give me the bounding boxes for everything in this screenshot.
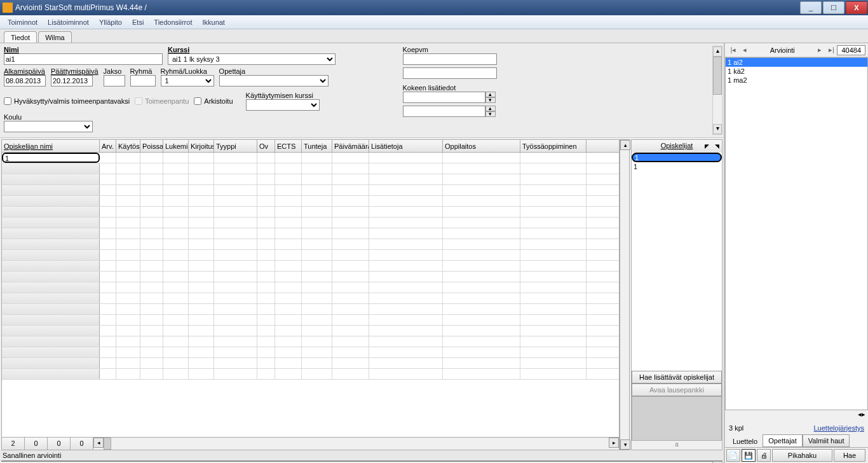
kurssi-select[interactable]: ai1 1 lk syksy 3 <box>168 53 336 65</box>
table-row[interactable] <box>2 163 619 174</box>
list-item[interactable]: 1 kä2 <box>726 67 867 76</box>
column-header[interactable]: Opiskelijan nimi <box>2 140 100 152</box>
form-scrollbar[interactable]: ▴▾ <box>712 46 722 135</box>
ryhma-field[interactable] <box>130 75 156 86</box>
table-row[interactable] <box>2 261 619 272</box>
triangle-up-icon[interactable]: ◤ <box>705 143 709 149</box>
tab-opettajat[interactable]: Opettajat <box>763 434 803 447</box>
koepvm-field[interactable] <box>403 53 497 65</box>
scroll-right-icon[interactable]: ▸ <box>609 438 619 448</box>
table-row[interactable] <box>2 228 619 239</box>
record-number[interactable]: 40484 <box>837 45 865 55</box>
tab-luettelo[interactable]: Luettelo <box>728 434 763 447</box>
menu-toiminnot[interactable]: Toiminnot <box>3 18 43 26</box>
column-header[interactable]: Poissa <box>140 140 163 152</box>
sanallinen-textarea[interactable]: ▴▾ <box>1 460 722 462</box>
column-header[interactable]: Kirjoitus <box>189 140 214 152</box>
table-row[interactable] <box>2 282 619 293</box>
tab-valmiit[interactable]: Valmiit haut <box>803 434 850 447</box>
list-item[interactable]: 1 ai2 <box>726 58 867 67</box>
column-header[interactable]: Työssäoppiminen <box>520 140 587 152</box>
koepvm-field-2[interactable] <box>403 67 497 79</box>
table-row[interactable] <box>2 185 619 196</box>
table-row[interactable] <box>2 196 619 207</box>
nimi-field[interactable] <box>4 53 163 65</box>
minimize-button[interactable]: _ <box>800 1 822 14</box>
koulu-select[interactable] <box>4 121 93 132</box>
tab-tiedot[interactable]: Tiedot <box>4 31 37 43</box>
opettaja-select[interactable] <box>219 75 329 86</box>
toimeenpantu-checkbox[interactable]: Toimeenpantu <box>135 97 189 105</box>
nav-next-icon[interactable]: ▸ <box>862 410 865 422</box>
table-row[interactable] <box>2 326 619 336</box>
column-header[interactable]: Päivämäärä <box>332 140 369 152</box>
scroll-down-icon[interactable]: ▾ <box>620 439 630 450</box>
table-row[interactable] <box>2 272 619 282</box>
column-header[interactable]: Oppilaitos <box>443 140 520 152</box>
column-header[interactable]: Käytös <box>116 140 140 152</box>
maximize-button[interactable]: ☐ <box>823 1 844 14</box>
scroll-up-icon[interactable]: ▴ <box>620 140 630 150</box>
column-header[interactable]: Lukemin <box>163 140 189 152</box>
jakso-field[interactable] <box>104 75 125 86</box>
menu-ikkunat[interactable]: Ikkunat <box>197 18 229 26</box>
scroll-down-icon[interactable]: ▾ <box>713 124 722 134</box>
hae-lisattavat-button[interactable]: Hae lisättävät opiskelijat <box>632 371 722 384</box>
table-row[interactable] <box>2 358 619 369</box>
scroll-left-icon[interactable]: ◂ <box>93 438 104 448</box>
table-row[interactable] <box>2 336 619 347</box>
table-row[interactable] <box>2 250 619 261</box>
pikahaku-button[interactable]: Pikahaku <box>772 449 832 462</box>
hae-button[interactable]: Hae <box>834 449 865 462</box>
grid-hscrollbar[interactable]: ◂▸ <box>93 438 619 450</box>
hyvaksytty-checkbox[interactable]: Hyväksytty/valmis toimeenpantavaksi <box>4 97 130 105</box>
table-row[interactable] <box>2 207 619 218</box>
menu-tiedonsiirrot[interactable]: Tiedonsiirrot <box>149 18 197 26</box>
table-row[interactable]: 1 <box>2 153 619 163</box>
table-row[interactable] <box>2 239 619 250</box>
table-row[interactable] <box>2 218 619 228</box>
luettelojarjestys-link[interactable]: Luettelojärjestys <box>814 424 865 432</box>
spin-down-icon[interactable]: ▾ <box>485 97 496 103</box>
table-row[interactable] <box>2 347 619 358</box>
tab-wilma[interactable]: Wilma <box>38 31 72 43</box>
kokeen-lisatiedot-field[interactable] <box>403 92 485 103</box>
spin-down-icon[interactable]: ▾ <box>485 111 496 117</box>
column-header[interactable]: Ov <box>257 140 275 152</box>
column-header[interactable]: Lisätietoja <box>369 140 443 152</box>
column-header[interactable]: Tyyppi <box>214 140 257 152</box>
scroll-up-icon[interactable]: ▴ <box>713 46 722 57</box>
list-item[interactable]: 1 <box>632 153 722 162</box>
kokeen-lisatiedot-field-2[interactable] <box>403 106 485 117</box>
menu-yllapito[interactable]: Ylläpito <box>94 18 127 26</box>
menu-etsi[interactable]: Etsi <box>127 18 149 26</box>
nav-first-icon[interactable]: |◂ <box>728 46 739 54</box>
opiskelijat-list[interactable]: 1 1 <box>632 153 722 371</box>
scroll-thumb[interactable] <box>104 438 111 450</box>
new-icon[interactable]: 📄 <box>726 449 740 462</box>
kayttaytymisen-select[interactable] <box>246 99 320 111</box>
list-item[interactable]: 1 <box>632 162 722 172</box>
close-button[interactable]: X <box>846 1 867 14</box>
table-row[interactable] <box>2 293 619 304</box>
table-row[interactable] <box>2 304 619 315</box>
nav-last-icon[interactable]: ▸| <box>825 46 837 54</box>
opiskelijat-header[interactable]: Opiskelijat◤◥ <box>632 140 722 153</box>
column-header[interactable]: Arv. <box>100 140 116 152</box>
ryhma-luokka-select[interactable]: 1 <box>161 75 214 86</box>
course-list[interactable]: 1 ai2 1 kä2 1 ma2 <box>725 57 868 410</box>
arkistoitu-checkbox[interactable]: Arkistoitu <box>194 97 233 105</box>
nav-next-icon[interactable]: ▸ <box>814 46 825 54</box>
column-header[interactable]: ECTS <box>275 140 302 152</box>
table-row[interactable] <box>2 174 619 185</box>
grid-vscrollbar[interactable]: ▴▾ <box>620 139 630 450</box>
triangle-down-icon[interactable]: ◥ <box>715 143 719 149</box>
nav-prev-icon[interactable]: ◂ <box>739 46 750 54</box>
save-icon[interactable]: 💾 <box>742 449 756 462</box>
column-header[interactable]: Tunteja <box>302 140 332 152</box>
paattymispaiva-field[interactable] <box>51 75 93 86</box>
grid-body[interactable]: 1 <box>2 153 619 437</box>
alkamispaiva-field[interactable] <box>4 75 46 86</box>
list-item[interactable]: 1 ma2 <box>726 76 867 85</box>
table-row[interactable] <box>2 369 619 380</box>
